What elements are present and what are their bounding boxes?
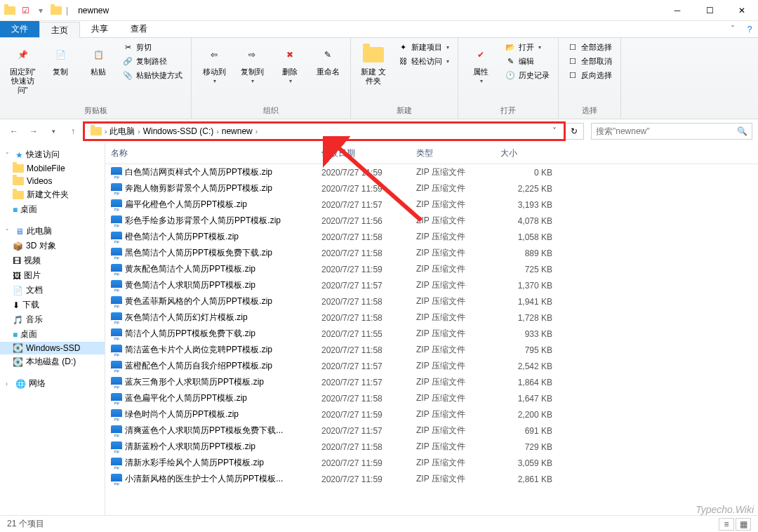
sidebar-quick-access[interactable]: ˅★快速访问 (0, 147, 105, 162)
refresh-button[interactable]: ↻ (564, 123, 584, 140)
navbar: ← → ▾ ↑ › 此电脑 › Windows-SSD (C:) › newne… (0, 119, 758, 143)
zip-icon (111, 312, 122, 324)
folder-icon (51, 5, 62, 16)
copy-to-button[interactable]: ⇨复制到 (235, 41, 269, 87)
sidebar-item[interactable]: 📄文档 (0, 283, 105, 298)
table-row[interactable]: 小清新风格的医生护士个人简历PPT模板...2020/7/27 11:59ZIP… (105, 471, 758, 487)
ribbon: 📌固定到" 快速访问" 📄复制 📋粘贴 ✂剪切 🔗复制路径 📎粘贴快捷方式 剪贴… (0, 38, 758, 119)
sidebar-item[interactable]: 🖼图片 (0, 268, 105, 283)
help-icon[interactable]: ? (741, 21, 758, 37)
address-bar[interactable]: › 此电脑 › Windows-SSD (C:) › newnew › ˅ (84, 123, 564, 140)
sidebar-this-pc[interactable]: ˅🖥此电脑 (0, 224, 105, 239)
minimize-button[interactable]: ─ (661, 0, 693, 21)
table-row[interactable]: 橙色简洁个人简历PPT模板.zip2020/7/27 11:58ZIP 压缩文件… (105, 229, 758, 245)
group-new: 新建 文件夹 ✦新建项目 ⛓轻松访问 新建 (351, 38, 458, 119)
new-folder-button[interactable]: 新建 文件夹 (357, 41, 390, 88)
table-row[interactable]: 清爽蓝色个人求职简历PPT模板免费下载...2020/7/27 11:57ZIP… (105, 423, 758, 439)
col-type[interactable]: 类型 (411, 143, 495, 164)
qat-checkbox-icon[interactable]: ☑ (20, 5, 31, 16)
invert-selection-button[interactable]: ☐反向选择 (564, 69, 615, 81)
table-row[interactable]: 白色简洁网页样式个人简历PPT模板.zip2020/7/27 11:59ZIP … (105, 164, 758, 180)
table-row[interactable]: 简洁个人简历PPT模板免费下载.zip2020/7/27 11:55ZIP 压缩… (105, 326, 758, 342)
sidebar-item[interactable]: 新建文件夹 (0, 187, 105, 202)
zip-icon (111, 215, 122, 227)
sidebar: ˅★快速访问 MobileFile Videos 新建文件夹 ■桌面 ˅🖥此电脑… (0, 143, 105, 515)
history-button[interactable]: 🕐历史记录 (502, 69, 552, 81)
table-row[interactable]: 黄色孟菲斯风格的个人简历PPT模板.zip2020/7/27 11:58ZIP … (105, 293, 758, 310)
back-button[interactable]: ← (6, 123, 22, 140)
paste-shortcut-button[interactable]: 📎粘贴快捷方式 (119, 69, 185, 81)
move-to-button[interactable]: ⇦移动到 (197, 41, 231, 87)
new-item-button[interactable]: ✦新建项目 (394, 41, 452, 53)
zip-icon (111, 232, 122, 243)
table-row[interactable]: 简洁蓝色卡片个人岗位竞聘PPT模板.zip2020/7/27 11:58ZIP … (105, 342, 758, 358)
breadcrumb-item[interactable]: newnew (219, 126, 255, 136)
col-size[interactable]: 大小 (495, 143, 558, 164)
table-row[interactable]: 扁平化橙色个人简历PPT模板.zip2020/7/27 11:57ZIP 压缩文… (105, 197, 758, 213)
icons-view-button[interactable]: ▦ (736, 518, 751, 531)
zip-icon (111, 458, 122, 469)
file-pane: 名称 修改日期 类型 大小 白色简洁网页样式个人简历PPT模板.zip2020/… (105, 143, 758, 515)
zip-icon (111, 474, 122, 485)
tab-view[interactable]: 查看 (119, 21, 159, 37)
col-date[interactable]: 修改日期 (316, 143, 411, 164)
breadcrumb-item[interactable]: Windows-SSD (C:) (140, 126, 217, 136)
table-row[interactable]: 黄色简洁个人求职简历PPT模板.zip2020/7/27 11:57ZIP 压缩… (105, 277, 758, 293)
table-row[interactable]: 蓝色扁平化个人简历PPT模板.zip2020/7/27 11:58ZIP 压缩文… (105, 390, 758, 406)
tab-file[interactable]: 文件 (0, 21, 39, 37)
sidebar-network[interactable]: ›🌐网络 (0, 376, 105, 391)
table-row[interactable]: 灰色简洁个人简历幻灯片模板.zip2020/7/27 11:58ZIP 压缩文件… (105, 310, 758, 326)
titlebar: ☑ ▾ | newnew ─ ☐ ✕ (0, 0, 758, 21)
sidebar-item[interactable]: 🎞视频 (0, 253, 105, 268)
maximize-button[interactable]: ☐ (693, 0, 726, 21)
up-button[interactable]: ↑ (65, 123, 81, 140)
table-row[interactable]: 奔跑人物剪影背景个人简历PPT模板.zip2020/7/27 11:59ZIP … (105, 180, 758, 197)
table-row[interactable]: 蓝橙配色个人简历自我介绍PPT模板.zip2020/7/27 11:57ZIP … (105, 358, 758, 374)
sidebar-item[interactable]: 🎵音乐 (0, 312, 105, 327)
sidebar-item[interactable]: 📦3D 对象 (0, 239, 105, 253)
close-button[interactable]: ✕ (726, 0, 758, 21)
table-row[interactable]: 蓝灰三角形个人求职简历PPT模板.zip2020/7/27 11:57ZIP 压… (105, 374, 758, 390)
pin-quick-access-button[interactable]: 📌固定到" 快速访问" (6, 41, 39, 98)
select-none-button[interactable]: ☐全部取消 (564, 55, 615, 67)
table-row[interactable]: 黄灰配色简洁个人简历PPT模板.zip2020/7/27 11:59ZIP 压缩… (105, 261, 758, 277)
item-count: 21 个项目 (7, 518, 44, 530)
zip-icon (111, 248, 122, 259)
tab-share[interactable]: 共享 (80, 21, 119, 37)
table-row[interactable]: 清新蓝粉个人求职简历PPT模板.zip2020/7/27 11:58ZIP 压缩… (105, 439, 758, 455)
properties-button[interactable]: ✔属性 (464, 41, 498, 87)
paste-button[interactable]: 📋粘贴 (81, 41, 115, 79)
breadcrumb-item[interactable]: 此电脑 (107, 126, 138, 138)
zip-icon (111, 361, 122, 372)
sidebar-item[interactable]: MobileFile (0, 162, 105, 175)
table-row[interactable]: 彩色手绘多边形背景个人简历PPT模板.zip2020/7/27 11:56ZIP… (105, 213, 758, 229)
forward-button[interactable]: → (25, 123, 42, 140)
zip-icon (111, 328, 122, 340)
sidebar-item[interactable]: 💽本地磁盘 (D:) (0, 354, 105, 369)
recent-dropdown[interactable]: ▾ (45, 123, 62, 140)
details-view-button[interactable]: ≡ (719, 518, 734, 531)
col-name[interactable]: 名称 (105, 143, 316, 164)
easy-access-button[interactable]: ⛓轻松访问 (394, 55, 452, 67)
sidebar-item[interactable]: ■桌面 (0, 327, 105, 342)
edit-button[interactable]: ✎编辑 (502, 55, 552, 67)
select-all-button[interactable]: ☐全部选择 (564, 41, 615, 53)
ribbon-collapse-icon[interactable]: ˇ (724, 21, 741, 37)
window-title: newnew (72, 6, 661, 15)
sidebar-item[interactable]: ⬇下载 (0, 298, 105, 312)
tab-home[interactable]: 主页 (39, 22, 80, 38)
rename-button[interactable]: ✎重命名 (311, 41, 345, 79)
cut-button[interactable]: ✂剪切 (119, 41, 185, 53)
sidebar-item[interactable]: ■桌面 (0, 202, 105, 217)
delete-button[interactable]: ✖删除 (273, 41, 307, 87)
table-row[interactable]: 黑色简洁个人简历PPT模板免费下载.zip2020/7/27 11:58ZIP … (105, 245, 758, 261)
copy-button[interactable]: 📄复制 (44, 41, 77, 79)
search-input[interactable]: 搜索"newnew" 🔍 (591, 123, 752, 140)
table-row[interactable]: 绿色时尚个人简历PPT模板.zip2020/7/27 11:59ZIP 压缩文件… (105, 406, 758, 423)
sidebar-item[interactable]: Videos (0, 175, 105, 187)
copy-path-button[interactable]: 🔗复制路径 (119, 55, 185, 67)
column-headers[interactable]: 名称 修改日期 类型 大小 (105, 143, 758, 164)
table-row[interactable]: 清新水彩手绘风个人简历PPT模板.zip2020/7/27 11:59ZIP 压… (105, 455, 758, 471)
sidebar-item-selected[interactable]: 💽Windows-SSD (0, 342, 105, 354)
open-button[interactable]: 📂打开 (502, 41, 552, 53)
